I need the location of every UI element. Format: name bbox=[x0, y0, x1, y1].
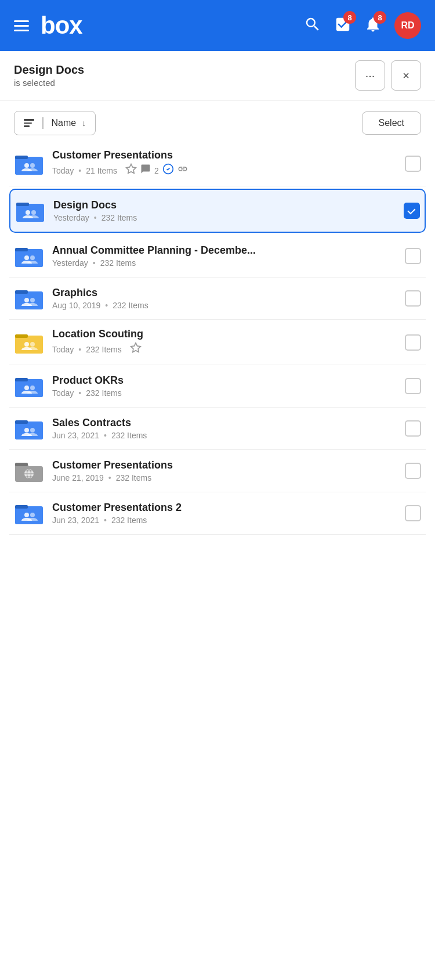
file-checkbox[interactable] bbox=[405, 420, 421, 437]
file-date: Aug 10, 2019 bbox=[52, 301, 100, 310]
file-info: Sales Contracts Jun 23, 2021 • 232 Items bbox=[52, 417, 397, 440]
file-name: Customer Presentations bbox=[52, 149, 397, 161]
close-selection-button[interactable]: × bbox=[391, 60, 421, 91]
file-items: 232 Items bbox=[102, 213, 137, 222]
folder-icon bbox=[14, 286, 44, 311]
file-checkbox[interactable] bbox=[405, 248, 421, 264]
header: box 8 8 RD bbox=[0, 0, 435, 51]
svg-rect-6 bbox=[16, 203, 29, 206]
list-item[interactable]: Design Docs Yesterday • 232 Items bbox=[9, 189, 426, 233]
svg-point-2 bbox=[24, 163, 29, 168]
svg-point-12 bbox=[30, 255, 35, 260]
box-logo: box bbox=[41, 12, 82, 39]
file-meta: Today • 21 Items 2 bbox=[52, 163, 397, 178]
toolbar: Name ↓ Select bbox=[0, 100, 435, 141]
folder-icon bbox=[14, 500, 44, 526]
svg-point-16 bbox=[30, 298, 35, 302]
file-name: Design Docs bbox=[53, 199, 396, 211]
selection-info: Design Docs is selected bbox=[14, 63, 84, 88]
folder-icon bbox=[14, 458, 44, 484]
meta-dot: • bbox=[78, 166, 81, 175]
sort-button[interactable]: Name ↓ bbox=[14, 111, 96, 135]
svg-point-37 bbox=[24, 513, 29, 517]
meta-dot: • bbox=[93, 258, 96, 268]
file-checkbox[interactable] bbox=[405, 334, 421, 351]
file-meta: Today • 232 Items bbox=[52, 342, 397, 356]
toolbar-divider bbox=[42, 117, 44, 129]
avatar[interactable]: RD bbox=[394, 12, 421, 39]
list-item[interactable]: Annual Committee Planning - Decembe... Y… bbox=[9, 235, 426, 278]
list-item[interactable]: Graphics Aug 10, 2019 • 232 Items bbox=[9, 278, 426, 320]
list-item[interactable]: Customer Presentations June 21, 2019 • 2… bbox=[9, 450, 426, 492]
file-name: Graphics bbox=[52, 287, 397, 299]
file-items: 232 Items bbox=[113, 301, 148, 310]
file-checkbox[interactable] bbox=[404, 203, 420, 219]
meta-dot: • bbox=[104, 431, 107, 440]
file-checkbox[interactable] bbox=[405, 290, 421, 307]
folder-icon bbox=[14, 416, 44, 441]
file-date: Today bbox=[52, 345, 74, 354]
tasks-badge: 8 bbox=[343, 11, 356, 24]
file-meta: Jun 23, 2021 • 232 Items bbox=[52, 431, 397, 440]
select-button[interactable]: Select bbox=[362, 111, 421, 135]
file-info: Customer Presentations 2 Jun 23, 2021 • … bbox=[52, 502, 397, 525]
selection-bar: Design Docs is selected ··· × bbox=[0, 51, 435, 100]
selection-actions: ··· × bbox=[355, 60, 421, 91]
file-info: Annual Committee Planning - Decembe... Y… bbox=[52, 244, 397, 268]
file-info: Customer Presentations June 21, 2019 • 2… bbox=[52, 459, 397, 482]
svg-rect-22 bbox=[15, 378, 28, 381]
file-info: Product OKRs Today • 232 Items bbox=[52, 374, 397, 398]
file-checkbox[interactable] bbox=[405, 505, 421, 521]
file-name: Location Scouting bbox=[52, 328, 397, 340]
file-info: Design Docs Yesterday • 232 Items bbox=[53, 199, 396, 222]
list-item[interactable]: Location Scouting Today • 232 Items bbox=[9, 320, 426, 365]
meta-dot: • bbox=[104, 516, 107, 525]
file-checkbox[interactable] bbox=[405, 378, 421, 394]
folder-icon bbox=[14, 243, 44, 269]
meta-dot: • bbox=[78, 345, 81, 354]
svg-point-8 bbox=[31, 210, 36, 215]
list-item[interactable]: Customer Presentations Today • 21 Items … bbox=[9, 141, 426, 186]
file-name: Annual Committee Planning - Decembe... bbox=[52, 244, 397, 257]
header-left: box bbox=[14, 12, 82, 39]
lock-icon bbox=[162, 163, 174, 178]
file-info: Customer Presentations Today • 21 Items … bbox=[52, 149, 397, 178]
file-checkbox[interactable] bbox=[405, 463, 421, 479]
sort-label: Name bbox=[52, 118, 77, 128]
file-list: Customer Presentations Today • 21 Items … bbox=[0, 141, 435, 535]
file-items: 232 Items bbox=[86, 345, 121, 354]
file-date: Jun 23, 2021 bbox=[52, 431, 99, 440]
list-item[interactable]: Customer Presentations 2 Jun 23, 2021 • … bbox=[9, 492, 426, 535]
more-options-button[interactable]: ··· bbox=[355, 60, 385, 91]
svg-rect-36 bbox=[15, 505, 28, 509]
notifications-icon[interactable]: 8 bbox=[364, 16, 382, 35]
file-date: Today bbox=[52, 388, 74, 398]
file-date: Jun 23, 2021 bbox=[52, 516, 99, 525]
file-checkbox[interactable] bbox=[405, 156, 421, 172]
file-info: Graphics Aug 10, 2019 • 232 Items bbox=[52, 287, 397, 310]
comment-icon bbox=[140, 164, 151, 177]
svg-rect-26 bbox=[15, 420, 28, 424]
folder-icon bbox=[14, 151, 44, 176]
svg-rect-10 bbox=[15, 248, 28, 251]
file-info: Location Scouting Today • 232 Items bbox=[52, 328, 397, 356]
search-icon[interactable] bbox=[304, 16, 321, 35]
list-item[interactable]: Sales Contracts Jun 23, 2021 • 232 Items bbox=[9, 408, 426, 450]
hamburger-menu-icon[interactable] bbox=[14, 20, 29, 31]
list-item[interactable]: Product OKRs Today • 232 Items bbox=[9, 365, 426, 408]
svg-point-7 bbox=[26, 210, 30, 215]
sort-lines-icon bbox=[24, 119, 34, 127]
svg-point-20 bbox=[30, 342, 35, 347]
svg-point-28 bbox=[30, 428, 35, 433]
svg-rect-1 bbox=[15, 156, 28, 159]
file-name: Sales Contracts bbox=[52, 417, 397, 429]
folder-icon bbox=[14, 373, 44, 399]
file-items: 232 Items bbox=[111, 516, 147, 525]
selected-item-title: Design Docs bbox=[14, 63, 84, 77]
file-items: 232 Items bbox=[86, 388, 121, 398]
file-meta: Jun 23, 2021 • 232 Items bbox=[52, 516, 397, 525]
bookmark-icon bbox=[130, 342, 142, 356]
tasks-icon[interactable]: 8 bbox=[334, 16, 351, 35]
meta-dot: • bbox=[105, 301, 108, 310]
meta-dot: • bbox=[78, 388, 81, 398]
